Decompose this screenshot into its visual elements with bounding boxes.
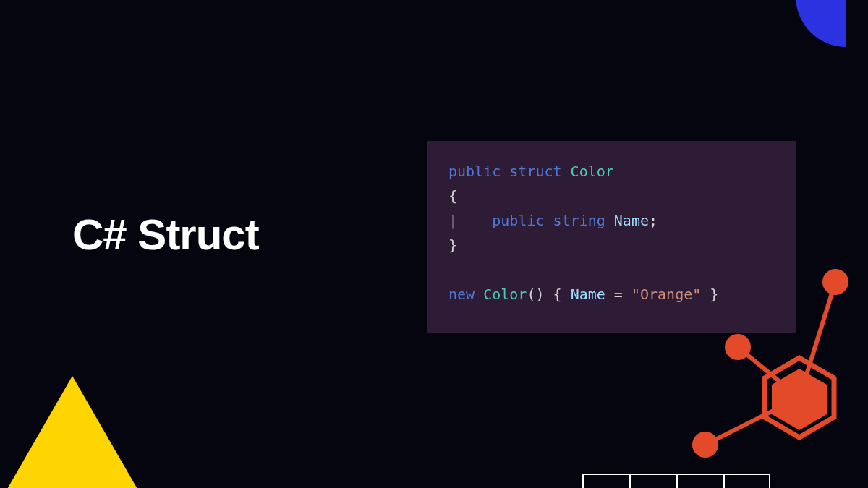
keyword: public	[492, 212, 544, 229]
blue-quarter-decoration	[745, 0, 846, 98]
keyword: string	[553, 212, 605, 229]
brace: {	[553, 286, 562, 303]
grid-decoration	[582, 474, 770, 488]
brace: }	[448, 236, 457, 254]
svg-point-5	[822, 269, 848, 295]
type-name: Color	[571, 163, 614, 180]
parens: ()	[527, 286, 544, 303]
molecule-decoration	[629, 242, 861, 474]
keyword: public	[448, 163, 501, 180]
brace: {	[448, 187, 457, 205]
field-name: Name	[614, 212, 649, 229]
keyword: new	[448, 286, 475, 303]
keyword: struct	[509, 163, 561, 180]
field-name: Name	[571, 286, 605, 303]
cursor-indicator: |	[448, 212, 457, 229]
svg-point-7	[692, 432, 718, 458]
svg-marker-4	[772, 369, 827, 430]
operator: =	[614, 286, 623, 303]
type-name: Color	[483, 286, 527, 303]
slide-title: C# Struct	[72, 210, 259, 260]
semicolon: ;	[649, 212, 658, 229]
yellow-triangle-decoration	[4, 376, 141, 488]
svg-point-6	[725, 334, 751, 360]
